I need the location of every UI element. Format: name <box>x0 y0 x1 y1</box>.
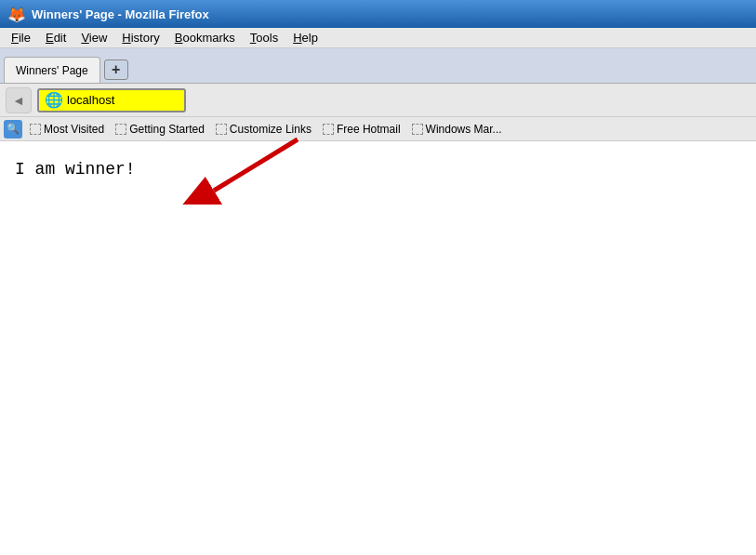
bookmark-label: Customize Links <box>230 123 312 136</box>
bookmark-customize-links[interactable]: Customize Links <box>212 121 315 138</box>
menu-edit[interactable]: Edit <box>38 29 73 46</box>
menu-history[interactable]: History <box>114 29 166 46</box>
page-content: I am winner! <box>0 141 756 555</box>
title-bar-text: Winners' Page - Mozilla Firefox <box>32 7 209 21</box>
menu-bar: File Edit View History Bookmarks Tools H… <box>0 28 756 48</box>
back-button[interactable]: ◄ <box>6 87 32 113</box>
menu-help[interactable]: Help <box>285 29 325 46</box>
menu-tools[interactable]: Tools <box>243 29 285 46</box>
menu-view[interactable]: View <box>73 29 114 46</box>
bookmark-free-hotmail[interactable]: Free Hotmail <box>319 121 405 138</box>
browser-icon: 🦊 <box>7 5 26 23</box>
title-bar: 🦊 Winners' Page - Mozilla Firefox <box>0 0 756 28</box>
bookmark-checkbox <box>323 124 334 135</box>
globe-icon: 🌐 <box>46 93 61 108</box>
menu-file[interactable]: File <box>4 29 38 46</box>
bookmark-label: Free Hotmail <box>337 123 401 136</box>
menu-bookmarks[interactable]: Bookmarks <box>167 29 243 46</box>
bookmark-label: Windows Mar... <box>426 123 502 136</box>
address-bar[interactable]: 🌐 localhost <box>37 88 186 112</box>
address-text: localhost <box>67 93 114 107</box>
bookmark-checkbox <box>412 124 423 135</box>
tab-add-button[interactable]: + <box>104 59 128 80</box>
tab-bar: Winners' Page + <box>0 48 756 84</box>
tab-winners-page[interactable]: Winners' Page <box>4 57 100 83</box>
page-main-text: I am winner! <box>15 160 136 178</box>
nav-bar: ◄ 🌐 localhost <box>0 84 756 117</box>
bookmark-search-icon[interactable]: 🔍 <box>4 120 22 139</box>
back-icon: ◄ <box>12 93 25 108</box>
bookmark-checkbox <box>30 124 41 135</box>
tab-label: Winners' Page <box>16 64 88 77</box>
bookmark-label: Getting Started <box>129 123 205 136</box>
bookmark-windows-mar[interactable]: Windows Mar... <box>408 121 506 138</box>
bookmark-getting-started[interactable]: Getting Started <box>112 121 208 138</box>
bookmark-checkbox <box>216 124 227 135</box>
bookmarks-bar: 🔍 Most Visited Getting Started Customize… <box>0 117 756 141</box>
bookmark-label: Most Visited <box>44 123 104 136</box>
bookmark-checkbox <box>115 124 126 135</box>
bookmark-most-visited[interactable]: Most Visited <box>26 121 108 138</box>
